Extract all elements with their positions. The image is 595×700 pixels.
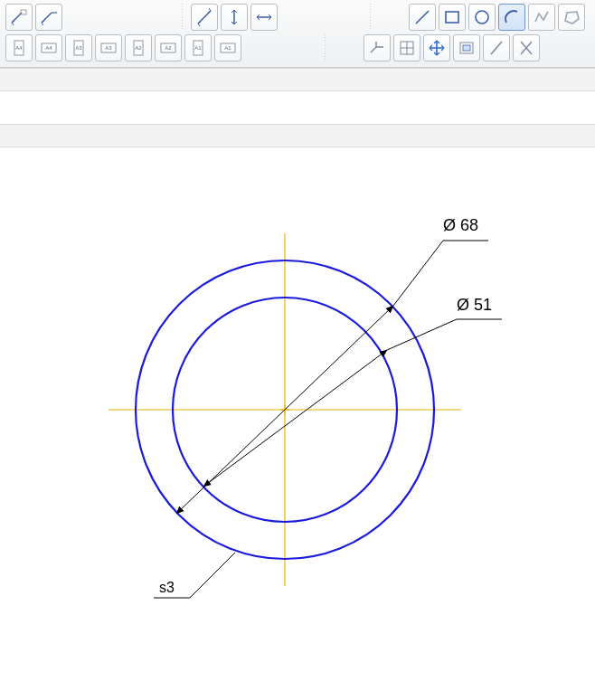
svg-rect-4 — [446, 12, 458, 23]
toolbar: A4 A4 A3 A3 A2 A2 A1 A1 — [0, 0, 595, 68]
svg-point-5 — [476, 11, 488, 24]
paper-a4-portrait[interactable]: A4 — [5, 34, 33, 61]
paper-label: A2 — [135, 45, 142, 51]
dim-outer-label: Ø 68 — [443, 216, 478, 235]
toolbar-separator — [325, 34, 326, 61]
svg-rect-0 — [21, 10, 26, 14]
paper-label: A4 — [45, 45, 52, 51]
svg-line-19 — [491, 42, 502, 54]
toolbar-row-2: A4 A4 A3 A3 A2 A2 A1 A1 — [5, 34, 590, 61]
paper-a4-landscape[interactable]: A4 — [35, 34, 62, 61]
tool-annotate-1[interactable] — [5, 4, 33, 31]
tool-dim-horz[interactable] — [250, 4, 278, 31]
paper-label: A3 — [105, 45, 112, 51]
tool-proj-iso[interactable] — [364, 34, 391, 61]
blank-strip — [0, 91, 595, 124]
dim-inner-label: Ø 51 — [457, 296, 492, 315]
tool-slash[interactable] — [483, 34, 510, 61]
paper-label: A4 — [15, 45, 23, 51]
toolbar-separator — [370, 4, 371, 31]
tool-arc[interactable] — [498, 4, 525, 31]
section-label: s3 — [159, 580, 175, 596]
paper-a3-landscape[interactable]: A3 — [95, 34, 122, 61]
paper-label: A3 — [75, 45, 82, 51]
paper-a2-portrait[interactable]: A2 — [125, 34, 152, 61]
tool-proj-grid[interactable] — [393, 34, 420, 61]
svg-line-28 — [190, 553, 235, 598]
paper-a1-portrait[interactable]: A1 — [184, 34, 212, 61]
paper-label: A1 — [224, 45, 231, 51]
ruler-sub — [0, 124, 595, 147]
paper-label: A2 — [165, 45, 172, 51]
svg-line-3 — [416, 11, 429, 24]
tool-polyline[interactable] — [528, 4, 555, 31]
tool-polygon[interactable] — [558, 4, 585, 31]
tool-dim-vert[interactable] — [221, 4, 248, 31]
paper-a1-landscape[interactable]: A1 — [214, 34, 241, 61]
tool-view[interactable] — [453, 34, 480, 61]
svg-line-27 — [203, 350, 387, 487]
toolbar-row-1 — [5, 4, 590, 31]
tool-dim-diag[interactable] — [191, 4, 218, 31]
paper-a2-landscape[interactable]: A2 — [155, 34, 182, 61]
svg-rect-18 — [463, 45, 470, 51]
tool-line[interactable] — [409, 4, 436, 31]
drawing-svg — [0, 147, 595, 681]
ruler-top — [0, 68, 595, 91]
toolbar-separator — [182, 4, 183, 31]
paper-a3-portrait[interactable]: A3 — [65, 34, 92, 61]
tool-circle[interactable] — [468, 4, 496, 31]
dimension-outer[interactable] — [176, 241, 488, 514]
paper-label: A1 — [194, 45, 202, 51]
tool-cross[interactable] — [513, 34, 540, 61]
tool-annotate-2[interactable] — [35, 4, 62, 31]
drawing-canvas[interactable]: Ø 68 Ø 51 s3 — [0, 147, 595, 681]
tool-rect[interactable] — [439, 4, 466, 31]
tool-move[interactable] — [423, 34, 450, 61]
